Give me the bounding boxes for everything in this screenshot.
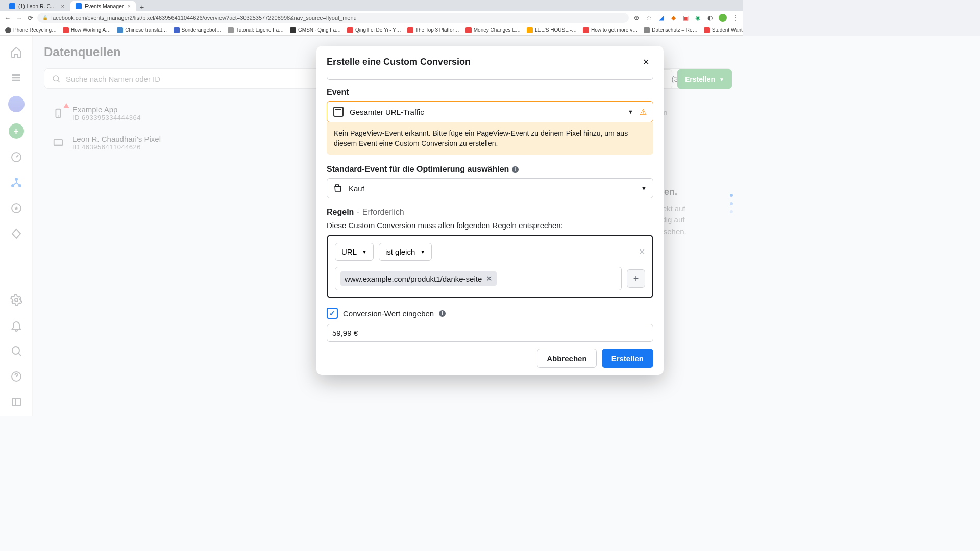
bookmark-item[interactable]: Tutorial: Eigene Fa… xyxy=(228,27,284,33)
scrolled-content-peek xyxy=(327,74,653,80)
close-icon[interactable]: × xyxy=(61,3,64,9)
chevron-down-icon: ▼ xyxy=(362,249,367,255)
bookmark-item[interactable]: GMSN · Qing Fa… xyxy=(290,27,341,33)
bookmark-item[interactable]: Datenschutz – Re… xyxy=(644,27,698,33)
chevron-down-icon: ▼ xyxy=(628,109,633,115)
zoom-icon[interactable]: ⊕ xyxy=(633,14,640,21)
rules-description: Diese Custom Conversion muss allen folge… xyxy=(327,221,653,230)
rule-group: URL ▼ ist gleich ▼ ✕ www.example.com/pro… xyxy=(327,235,653,298)
bookmark-item[interactable]: Money Changes E… xyxy=(465,27,521,33)
bookmark-item[interactable]: How Working A… xyxy=(63,27,111,33)
chevron-down-icon: ▼ xyxy=(420,249,425,255)
rule-field-select[interactable]: URL ▼ xyxy=(335,243,374,261)
address-bar[interactable]: 🔒 facebook.com/events_manager2/list/pixe… xyxy=(37,13,629,23)
url-chip: www.example.com/produkt1/danke-seite ✕ xyxy=(340,271,497,286)
bookmarks-bar: Phone Recycling… How Working A… Chinese … xyxy=(0,24,743,36)
bookmark-item[interactable]: The Top 3 Platfor… xyxy=(407,27,459,33)
close-button[interactable]: ✕ xyxy=(638,54,653,69)
new-tab-button[interactable]: + xyxy=(137,3,147,11)
browser-window-icon xyxy=(333,107,344,117)
chevron-down-icon: ▼ xyxy=(641,185,647,191)
info-icon[interactable]: i xyxy=(439,310,446,317)
bookmark-item[interactable]: Phone Recycling… xyxy=(5,27,57,33)
ext-icon[interactable]: ▣ xyxy=(682,14,689,21)
bookmark-item[interactable]: Qing Fei De Yi - Y… xyxy=(347,27,401,33)
url-text: facebook.com/events_manager2/list/pixel/… xyxy=(51,15,357,21)
rules-label: Regeln · Erforderlich xyxy=(327,208,653,217)
bookmark-item[interactable]: Student Wants an… xyxy=(704,27,743,33)
star-icon[interactable]: ☆ xyxy=(645,14,652,21)
remove-chip-button[interactable]: ✕ xyxy=(486,274,493,283)
event-select[interactable]: Gesamter URL-Traffic ▼ ⚠ xyxy=(327,101,653,122)
warning-icon: ⚠ xyxy=(640,107,647,117)
ext-icon[interactable]: ◪ xyxy=(657,14,665,21)
standard-event-label: Standard-Event für die Optimierung auswä… xyxy=(327,165,653,174)
facebook-favicon xyxy=(76,3,82,9)
conversion-value-label: Conversion-Wert eingeben xyxy=(343,309,434,318)
profile-avatar-icon[interactable] xyxy=(719,14,727,22)
ext-icon[interactable]: ◆ xyxy=(670,14,677,21)
standard-event-select[interactable]: Kauf ▼ xyxy=(327,178,653,198)
custom-conversion-modal: Erstelle eine Custom Conversion ✕ Event … xyxy=(316,46,664,375)
browser-tab-active[interactable]: Events Manager × xyxy=(70,1,136,11)
modal-overlay: Erstelle eine Custom Conversion ✕ Event … xyxy=(0,36,743,416)
shopping-bag-icon xyxy=(333,184,342,193)
bookmark-item[interactable]: How to get more v… xyxy=(583,27,638,33)
rule-operator-select[interactable]: ist gleich ▼ xyxy=(379,243,432,261)
add-rule-button[interactable]: + xyxy=(627,269,645,288)
modal-title: Erstelle eine Custom Conversion xyxy=(327,57,471,67)
conversion-value-checkbox[interactable]: ✓ xyxy=(327,308,338,319)
bookmark-item[interactable]: Sonderangebot… xyxy=(174,27,222,33)
facebook-favicon xyxy=(9,3,15,9)
text-cursor xyxy=(359,337,359,343)
event-label: Event xyxy=(327,88,653,97)
cancel-button[interactable]: Abbrechen xyxy=(537,349,596,368)
ext-icon[interactable]: ◐ xyxy=(706,14,714,21)
rule-url-input[interactable]: www.example.com/produkt1/danke-seite ✕ xyxy=(335,267,622,290)
close-icon[interactable]: × xyxy=(128,3,131,9)
conversion-value-input[interactable]: 59,99 € xyxy=(327,324,653,342)
forward-icon[interactable]: → xyxy=(16,14,22,22)
bookmark-item[interactable]: Chinese translat… xyxy=(117,27,167,33)
browser-tab[interactable]: (1) Leon R. Chaudhari | Faceb… × xyxy=(4,1,69,11)
back-icon[interactable]: ← xyxy=(4,14,11,22)
reload-icon[interactable]: ⟳ xyxy=(28,14,33,22)
info-icon[interactable]: i xyxy=(512,166,519,173)
lock-icon: 🔒 xyxy=(42,15,48,20)
menu-icon[interactable]: ⋮ xyxy=(732,14,739,21)
ext-icon[interactable]: ◉ xyxy=(694,14,701,21)
tab-bar: (1) Leon R. Chaudhari | Faceb… × Events … xyxy=(0,0,743,11)
bookmark-item[interactable]: LEE'S HOUSE -… xyxy=(527,27,577,33)
submit-button[interactable]: Erstellen xyxy=(602,349,653,368)
event-warning: Kein PageView-Event erkannt. Bitte füge … xyxy=(327,122,653,155)
remove-rule-button[interactable]: ✕ xyxy=(639,247,645,257)
